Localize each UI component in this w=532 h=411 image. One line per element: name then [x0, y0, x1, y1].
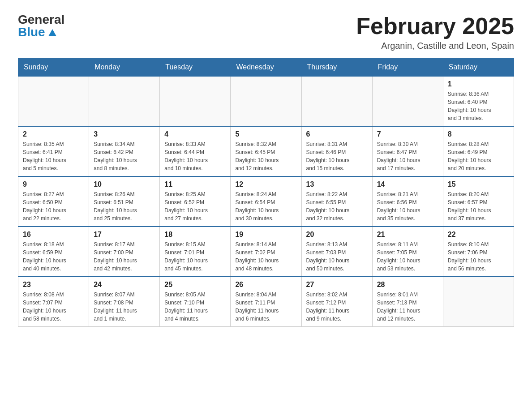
day-number: 24 [94, 281, 155, 289]
header-tuesday: Tuesday [160, 59, 231, 77]
day-info: Sunrise: 8:02 AM Sunset: 7:12 PM Dayligh… [306, 291, 368, 323]
day-info: Sunrise: 8:25 AM Sunset: 6:52 PM Dayligh… [164, 190, 226, 223]
day-info: Sunrise: 8:05 AM Sunset: 7:10 PM Dayligh… [164, 291, 226, 323]
table-row: 20Sunrise: 8:13 AM Sunset: 7:03 PM Dayli… [301, 227, 372, 277]
day-info: Sunrise: 8:01 AM Sunset: 7:13 PM Dayligh… [377, 291, 438, 323]
day-number: 1 [448, 80, 509, 88]
table-row: 11Sunrise: 8:25 AM Sunset: 6:52 PM Dayli… [160, 176, 231, 227]
day-info: Sunrise: 8:18 AM Sunset: 6:59 PM Dayligh… [23, 240, 84, 273]
day-info: Sunrise: 8:28 AM Sunset: 6:49 PM Dayligh… [448, 140, 509, 172]
table-row: 25Sunrise: 8:05 AM Sunset: 7:10 PM Dayli… [160, 277, 231, 327]
day-number: 10 [94, 180, 155, 188]
calendar-week-row: 16Sunrise: 8:18 AM Sunset: 6:59 PM Dayli… [18, 227, 514, 277]
calendar-week-row: 1Sunrise: 8:36 AM Sunset: 6:40 PM Daylig… [18, 76, 514, 126]
day-info: Sunrise: 8:21 AM Sunset: 6:56 PM Dayligh… [377, 190, 438, 223]
table-row [89, 76, 160, 126]
table-row: 4Sunrise: 8:33 AM Sunset: 6:44 PM Daylig… [160, 126, 231, 176]
table-row: 17Sunrise: 8:17 AM Sunset: 7:00 PM Dayli… [89, 227, 160, 277]
day-info: Sunrise: 8:04 AM Sunset: 7:11 PM Dayligh… [235, 291, 296, 323]
day-number: 28 [377, 281, 438, 289]
header-saturday: Saturday [443, 59, 514, 77]
day-number: 11 [164, 180, 226, 188]
day-number: 27 [306, 281, 368, 289]
table-row [443, 277, 514, 327]
day-number: 14 [377, 180, 438, 188]
day-info: Sunrise: 8:07 AM Sunset: 7:08 PM Dayligh… [94, 291, 155, 323]
day-info: Sunrise: 8:15 AM Sunset: 7:01 PM Dayligh… [164, 240, 226, 273]
table-row: 8Sunrise: 8:28 AM Sunset: 6:49 PM Daylig… [443, 126, 514, 176]
table-row: 3Sunrise: 8:34 AM Sunset: 6:42 PM Daylig… [89, 126, 160, 176]
day-info: Sunrise: 8:10 AM Sunset: 7:06 PM Dayligh… [448, 240, 509, 273]
day-number: 4 [164, 130, 226, 138]
day-number: 12 [235, 180, 296, 188]
day-info: Sunrise: 8:13 AM Sunset: 7:03 PM Dayligh… [306, 240, 368, 273]
header-friday: Friday [372, 59, 443, 77]
table-row [231, 76, 301, 126]
table-row: 2Sunrise: 8:35 AM Sunset: 6:41 PM Daylig… [18, 126, 89, 176]
table-row: 24Sunrise: 8:07 AM Sunset: 7:08 PM Dayli… [89, 277, 160, 327]
day-info: Sunrise: 8:14 AM Sunset: 7:02 PM Dayligh… [235, 240, 296, 273]
day-info: Sunrise: 8:31 AM Sunset: 6:46 PM Dayligh… [306, 140, 368, 172]
table-row: 21Sunrise: 8:11 AM Sunset: 7:05 PM Dayli… [372, 227, 443, 277]
day-number: 18 [164, 231, 226, 239]
table-row [160, 76, 231, 126]
table-row: 27Sunrise: 8:02 AM Sunset: 7:12 PM Dayli… [301, 277, 372, 327]
calendar-week-row: 9Sunrise: 8:27 AM Sunset: 6:50 PM Daylig… [18, 176, 514, 227]
table-row: 28Sunrise: 8:01 AM Sunset: 7:13 PM Dayli… [372, 277, 443, 327]
table-row [372, 76, 443, 126]
day-number: 8 [448, 130, 509, 138]
calendar-title: February 2025 [356, 13, 514, 39]
page-header: General Blue February 2025 Arganin, Cast… [18, 13, 514, 51]
day-info: Sunrise: 8:26 AM Sunset: 6:51 PM Dayligh… [94, 190, 155, 223]
day-number: 13 [306, 180, 368, 188]
header-monday: Monday [89, 59, 160, 77]
table-row: 9Sunrise: 8:27 AM Sunset: 6:50 PM Daylig… [18, 176, 89, 227]
day-number: 5 [235, 130, 296, 138]
table-row: 22Sunrise: 8:10 AM Sunset: 7:06 PM Dayli… [443, 227, 514, 277]
calendar-week-row: 23Sunrise: 8:08 AM Sunset: 7:07 PM Dayli… [18, 277, 514, 327]
table-row: 14Sunrise: 8:21 AM Sunset: 6:56 PM Dayli… [372, 176, 443, 227]
title-area: February 2025 Arganin, Castille and Leon… [356, 13, 514, 51]
table-row: 1Sunrise: 8:36 AM Sunset: 6:40 PM Daylig… [443, 76, 514, 126]
day-number: 3 [94, 130, 155, 138]
table-row: 13Sunrise: 8:22 AM Sunset: 6:55 PM Dayli… [301, 176, 372, 227]
day-number: 17 [94, 231, 155, 239]
header-sunday: Sunday [18, 59, 89, 77]
table-row: 18Sunrise: 8:15 AM Sunset: 7:01 PM Dayli… [160, 227, 231, 277]
day-number: 23 [23, 281, 84, 289]
table-row: 26Sunrise: 8:04 AM Sunset: 7:11 PM Dayli… [231, 277, 301, 327]
table-row: 7Sunrise: 8:30 AM Sunset: 6:47 PM Daylig… [372, 126, 443, 176]
day-number: 6 [306, 130, 368, 138]
logo-blue: Blue [18, 26, 64, 39]
day-info: Sunrise: 8:27 AM Sunset: 6:50 PM Dayligh… [23, 190, 84, 223]
day-info: Sunrise: 8:08 AM Sunset: 7:07 PM Dayligh… [23, 291, 84, 323]
table-row: 5Sunrise: 8:32 AM Sunset: 6:45 PM Daylig… [231, 126, 301, 176]
day-info: Sunrise: 8:20 AM Sunset: 6:57 PM Dayligh… [448, 190, 509, 223]
header-wednesday: Wednesday [231, 59, 301, 77]
day-number: 15 [448, 180, 509, 188]
day-info: Sunrise: 8:34 AM Sunset: 6:42 PM Dayligh… [94, 140, 155, 172]
day-info: Sunrise: 8:11 AM Sunset: 7:05 PM Dayligh… [377, 240, 438, 273]
calendar-table: Sunday Monday Tuesday Wednesday Thursday… [18, 58, 514, 327]
day-number: 20 [306, 231, 368, 239]
logo-general: General [18, 13, 64, 26]
day-number: 16 [23, 231, 84, 239]
day-number: 9 [23, 180, 84, 188]
day-info: Sunrise: 8:33 AM Sunset: 6:44 PM Dayligh… [164, 140, 226, 172]
logo: General Blue [18, 13, 64, 39]
table-row: 19Sunrise: 8:14 AM Sunset: 7:02 PM Dayli… [231, 227, 301, 277]
calendar-subtitle: Arganin, Castille and Leon, Spain [356, 41, 514, 51]
day-number: 22 [448, 231, 509, 239]
header-thursday: Thursday [301, 59, 372, 77]
day-number: 19 [235, 231, 296, 239]
logo-arrow-icon [47, 26, 58, 38]
day-number: 7 [377, 130, 438, 138]
table-row: 23Sunrise: 8:08 AM Sunset: 7:07 PM Dayli… [18, 277, 89, 327]
table-row: 15Sunrise: 8:20 AM Sunset: 6:57 PM Dayli… [443, 176, 514, 227]
table-row [18, 76, 89, 126]
day-info: Sunrise: 8:35 AM Sunset: 6:41 PM Dayligh… [23, 140, 84, 172]
day-info: Sunrise: 8:36 AM Sunset: 6:40 PM Dayligh… [448, 90, 509, 122]
table-row: 10Sunrise: 8:26 AM Sunset: 6:51 PM Dayli… [89, 176, 160, 227]
day-info: Sunrise: 8:30 AM Sunset: 6:47 PM Dayligh… [377, 140, 438, 172]
calendar-week-row: 2Sunrise: 8:35 AM Sunset: 6:41 PM Daylig… [18, 126, 514, 176]
